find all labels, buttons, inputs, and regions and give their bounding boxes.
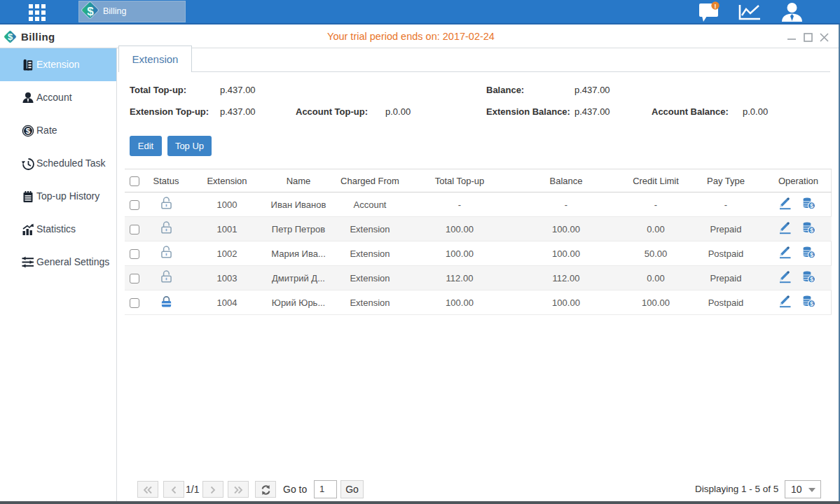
svg-text:$: $ (810, 202, 813, 209)
svg-text:$: $ (26, 127, 31, 135)
svg-text:$: $ (810, 276, 813, 283)
svg-text:$: $ (810, 251, 813, 258)
svg-text:!: ! (715, 3, 717, 10)
svg-text:$: $ (810, 300, 813, 307)
svg-text:$: $ (810, 227, 813, 234)
